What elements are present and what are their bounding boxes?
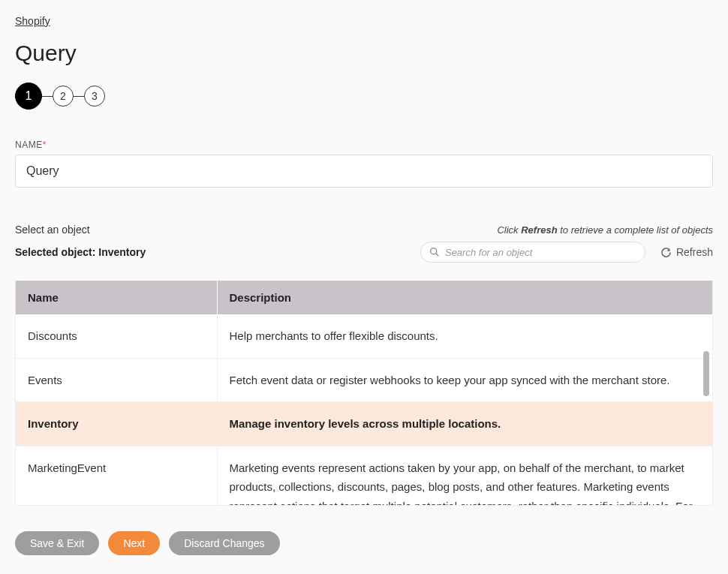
table-row[interactable]: EventsFetch event data or register webho… xyxy=(16,358,712,402)
refresh-icon xyxy=(660,247,672,258)
table-row[interactable]: MarketingEventMarketing events represent… xyxy=(16,446,712,506)
cell-name: MarketingEvent xyxy=(16,446,217,506)
footer-buttons: Save & Exit Next Discard Changes xyxy=(15,531,713,555)
step-connector xyxy=(74,96,84,97)
step-1[interactable]: 1 xyxy=(15,83,42,110)
object-table-wrap: Name Description DiscountsHelp merchants… xyxy=(15,281,713,506)
step-2[interactable]: 2 xyxy=(53,86,74,107)
scrollbar-track[interactable] xyxy=(703,320,711,505)
table-row[interactable]: InventoryManage inventory levels across … xyxy=(16,402,712,446)
page-title: Query xyxy=(15,41,713,66)
select-object-label: Select an object xyxy=(15,224,90,236)
scrollbar-thumb[interactable] xyxy=(703,351,709,396)
cell-name: Discounts xyxy=(16,314,217,358)
name-field-label: NAME* xyxy=(15,140,713,150)
table-header-name: Name xyxy=(16,281,217,314)
selected-object-text: Selected object: Inventory xyxy=(15,246,146,258)
search-input[interactable] xyxy=(445,247,634,258)
refresh-button[interactable]: Refresh xyxy=(660,246,713,258)
refresh-label: Refresh xyxy=(676,246,713,258)
required-indicator: * xyxy=(43,140,47,150)
cell-name: Events xyxy=(16,358,217,402)
cell-description: Help merchants to offer flexible discoun… xyxy=(217,314,712,358)
refresh-hint: Click Refresh to retrieve a complete lis… xyxy=(497,224,713,236)
discard-changes-button[interactable]: Discard Changes xyxy=(169,531,279,555)
next-button[interactable]: Next xyxy=(108,531,160,555)
save-exit-button[interactable]: Save & Exit xyxy=(15,531,99,555)
search-icon xyxy=(429,246,441,258)
table-row[interactable]: DiscountsHelp merchants to offer flexibl… xyxy=(16,314,712,358)
cell-description: Marketing events represent actions taken… xyxy=(217,446,712,506)
object-table: Name Description DiscountsHelp merchants… xyxy=(16,281,712,506)
cell-description: Fetch event data or register webhooks to… xyxy=(217,358,712,402)
svg-line-1 xyxy=(436,254,439,257)
breadcrumb-shopify[interactable]: Shopify xyxy=(15,15,50,27)
step-3[interactable]: 3 xyxy=(84,86,105,107)
stepper: 1 2 3 xyxy=(15,83,713,110)
cell-name: Inventory xyxy=(16,402,217,446)
search-wrap xyxy=(420,242,645,263)
svg-point-0 xyxy=(431,248,437,254)
step-connector xyxy=(42,96,53,97)
table-header-description: Description xyxy=(217,281,712,314)
cell-description: Manage inventory levels across multiple … xyxy=(217,402,712,446)
name-input[interactable] xyxy=(15,155,713,188)
